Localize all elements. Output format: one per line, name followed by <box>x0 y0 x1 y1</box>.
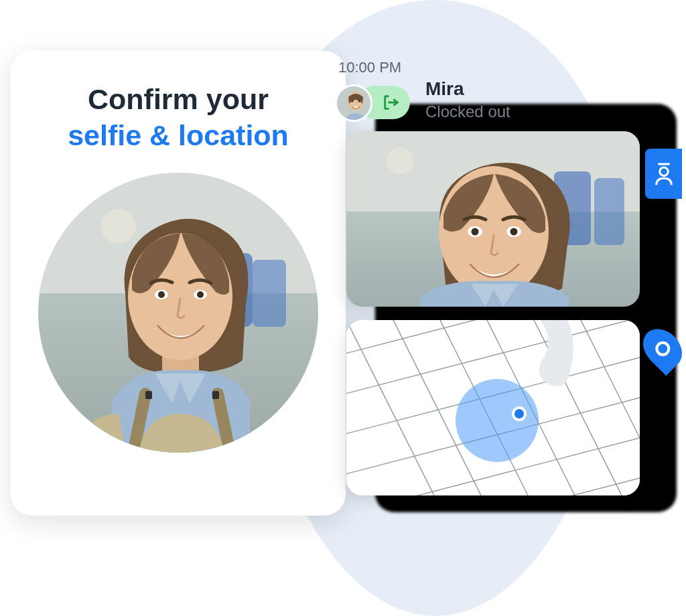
person-badge[interactable] <box>645 149 682 199</box>
status-user-name: Mira <box>425 78 464 100</box>
svg-point-14 <box>352 100 354 102</box>
svg-rect-11 <box>212 391 219 399</box>
location-pin-icon <box>655 341 670 356</box>
avatar-thumbnail[interactable] <box>335 84 372 122</box>
svg-point-22 <box>472 228 479 236</box>
svg-point-19 <box>387 147 413 174</box>
selfie-tile-illustration <box>346 131 640 307</box>
svg-point-15 <box>358 100 360 102</box>
status-time: 10:00 PM <box>338 59 401 76</box>
selfie-person-illustration <box>38 173 318 453</box>
svg-rect-18 <box>594 178 624 245</box>
heading-line2: selfie & location <box>68 118 289 154</box>
svg-rect-10 <box>145 391 152 399</box>
svg-point-42 <box>659 167 668 176</box>
selfie-preview[interactable] <box>38 173 318 453</box>
svg-point-24 <box>510 228 518 236</box>
map-illustration <box>346 320 640 495</box>
status-text: Clocked out <box>425 102 510 121</box>
location-map-tile[interactable] <box>346 320 640 495</box>
heading-line1: Confirm your <box>88 82 269 118</box>
selfie-tile[interactable] <box>346 131 640 307</box>
svg-point-39 <box>456 379 539 462</box>
svg-point-3 <box>101 209 136 244</box>
confirm-card: Confirm your selfie & location <box>11 51 346 516</box>
exit-icon <box>382 93 401 112</box>
svg-point-9 <box>197 291 204 298</box>
svg-point-7 <box>158 291 165 298</box>
svg-point-40 <box>513 408 525 420</box>
person-icon <box>654 162 674 186</box>
svg-rect-2 <box>253 260 286 327</box>
